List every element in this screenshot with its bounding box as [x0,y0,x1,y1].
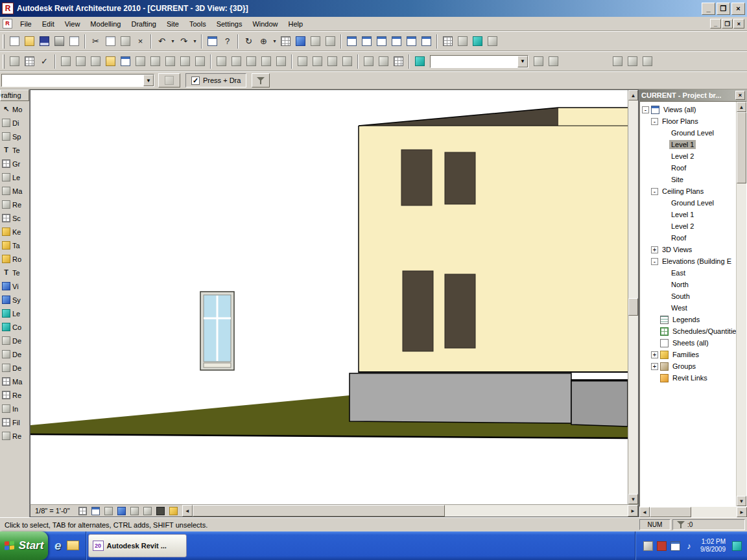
tool-view-reference[interactable]: Vi [0,279,29,293]
tree-item-roof[interactable]: Roof [640,162,736,174]
selection-filter-button[interactable] [252,73,270,88]
split-face-button[interactable] [229,54,244,69]
trim-button[interactable] [244,54,259,69]
tree-expander[interactable]: + [651,351,658,358]
dynamic-view-button[interactable]: ↻ [241,34,256,49]
crop-region-button[interactable] [129,506,141,516]
tool-detail-group[interactable]: De [0,347,29,361]
tool-detail-component[interactable]: De [0,361,29,375]
match-type-button[interactable] [274,54,289,69]
tool-detail-lines[interactable]: De [0,334,29,347]
close-button[interactable]: × [731,3,745,15]
editing-requests-button[interactable] [610,54,625,69]
tool-ref-plane[interactable]: Re [0,198,29,211]
vertical-scroll-track[interactable] [628,100,638,494]
model-graphics-style-button[interactable] [90,506,102,516]
rendering-dialog-button[interactable] [116,506,128,516]
menu-site[interactable]: Site [161,18,184,30]
mdi-restore-button[interactable]: ❒ [722,19,733,29]
tree-item-ground-level[interactable]: Ground Level [640,127,736,139]
type-selector-dropdown-arrow[interactable]: ▼ [143,75,154,86]
menu-tools[interactable]: Tools [184,18,211,30]
measure-button[interactable] [193,54,208,69]
tool-repeating-detail[interactable]: Re [0,388,29,402]
browser-vertical-scroll-track[interactable] [737,112,746,496]
manage-links-button[interactable] [470,34,485,49]
tool-color-fill[interactable]: Co [0,320,29,334]
shadows-button[interactable] [103,506,115,516]
design-bar-tab-drafting[interactable]: Drafting [0,89,29,101]
tree-expander[interactable]: - [651,188,658,195]
properties-button[interactable] [205,34,220,49]
project-browser-close-button[interactable]: × [735,91,745,100]
crop-region-visibility-button[interactable] [142,506,154,516]
menu-view[interactable]: View [60,18,86,30]
browser-vertical-scroll-thumb[interactable] [737,112,746,183]
upper-wall-band[interactable] [558,108,628,126]
window-new-button[interactable] [404,34,419,49]
context-help-button[interactable]: ? [220,34,235,49]
menu-help[interactable]: Help [283,18,309,30]
analysis-graph-button[interactable] [391,54,406,69]
copy-button[interactable] [103,34,118,49]
tool-spot-dimension[interactable]: Sp [0,130,29,143]
tool-text-note[interactable]: TTe [0,266,29,279]
browser-horizontal-scroll-thumb[interactable] [650,507,691,517]
tree-item-revit-links[interactable]: Revit Links [640,372,736,384]
scroll-down-button[interactable]: ▼ [628,494,638,504]
window-close-hidden-button[interactable] [419,34,434,49]
wall-joins-button[interactable] [376,54,391,69]
zoom-dropdown[interactable]: ▾ [271,34,278,49]
browser-vertical-scrollbar[interactable]: ▲ ▼ [736,102,746,506]
tool-masking-region[interactable]: Ma [0,375,29,388]
placed-window-element[interactable] [200,292,234,370]
menu-file[interactable]: File [15,18,37,30]
group-button[interactable] [295,54,310,69]
facade-window-3[interactable] [403,271,433,351]
scale-control[interactable]: 1/8" = 1'-0" [30,505,75,517]
tray-volume-icon[interactable]: ♪ [684,541,694,551]
tree-item-east[interactable]: East [640,267,736,279]
scroll-right-button[interactable]: ► [628,505,638,517]
reveal-hidden-elements-button[interactable] [168,506,180,516]
tool-level[interactable]: Le [0,170,29,184]
section-button[interactable] [323,34,338,49]
horizontal-scroll-thumb[interactable] [193,505,445,517]
pin-button[interactable] [88,54,103,69]
array-button[interactable] [163,54,178,69]
tree-item-ground-level[interactable]: Ground Level [640,197,736,209]
offset-button[interactable] [259,54,274,69]
window-arrange-button[interactable] [389,34,404,49]
demolish-button[interactable] [7,54,22,69]
spelling-button[interactable]: ✓ [37,54,52,69]
worksets-dialog-button[interactable] [625,54,640,69]
tree-item-site[interactable]: Site [640,174,736,185]
tree-item-schedules-quantities[interactable]: Schedules/Quantities [640,325,736,337]
minimize-button[interactable]: _ [702,3,715,15]
tree-item-legends[interactable]: Legends [640,314,736,325]
reload-latest-button[interactable] [485,34,500,49]
scroll-left-button[interactable]: ◄ [182,505,193,517]
linework-button[interactable] [361,54,376,69]
restore-button[interactable]: ❒ [717,3,730,15]
browser-scroll-left-button[interactable]: ◄ [639,507,650,517]
temporary-hide-isolate-button[interactable] [155,506,167,516]
foundation-left[interactable] [350,373,571,423]
tree-item-floor-plans[interactable]: -Floor Plans [640,115,736,127]
design-options-dropdown-arrow[interactable]: ▼ [517,56,528,67]
toolbar-drag-handle-2[interactable] [3,54,5,69]
camera-button[interactable] [308,34,323,49]
tool-insulation[interactable]: In [0,402,29,415]
open-button[interactable] [22,34,37,49]
window-tile-horizontal-button[interactable] [359,34,374,49]
tray-device-icon[interactable] [643,541,653,551]
sketch-button[interactable] [73,54,88,69]
tree-item-sheets-all[interactable]: Sheets (all) [640,337,736,349]
tool-modify[interactable]: ↖Mo [0,102,29,116]
tree-expander[interactable]: - [651,118,658,125]
mdi-close-button[interactable]: × [733,19,744,29]
facade-window-2[interactable] [445,152,475,204]
undo-dropdown[interactable]: ▾ [169,34,176,49]
undo-button[interactable]: ↶ [154,34,169,49]
menu-edit[interactable]: Edit [37,18,60,30]
